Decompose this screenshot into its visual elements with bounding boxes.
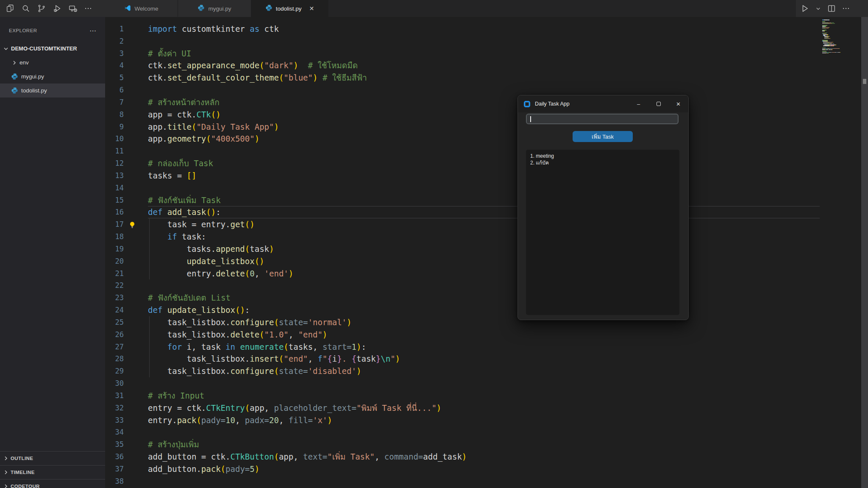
code-line[interactable]: 37add_button.pack(pady=5) — [105, 463, 820, 475]
tab-welcome[interactable]: Welcome — [105, 0, 178, 17]
code-text: task_listbox.configure(state='disabled') — [148, 365, 361, 377]
source-control-icon[interactable] — [37, 4, 46, 13]
code-line[interactable]: 3# ตั้งค่า UI — [105, 47, 820, 60]
app-titlebar[interactable]: Daily Task App – ✕ — [518, 95, 688, 112]
code-line[interactable]: 33entry.pack(pady=10, padx=20, fill='x') — [105, 414, 820, 427]
code-line[interactable]: 17 task = entry.get() — [105, 218, 820, 231]
section-outline[interactable]: OUTLINE — [0, 451, 105, 465]
code-line[interactable]: 7# สร้างหน้าต่างหลัก — [105, 96, 820, 109]
code-line[interactable]: 11 — [105, 145, 820, 157]
maximize-button[interactable] — [648, 95, 668, 112]
code-line[interactable]: 38 — [105, 475, 820, 488]
code-text: tasks.append(task) — [148, 243, 274, 255]
code-line[interactable]: 23# ฟังก์ชันอัปเดต List — [105, 292, 820, 304]
line-number: 10 — [105, 133, 124, 145]
scrollbar-marker — [863, 79, 866, 84]
code-text: ctk.set_appearance_mode("dark") # ใช้โหม… — [148, 59, 358, 72]
section-codetour[interactable]: CODETOUR — [0, 479, 105, 488]
scrollbar[interactable] — [861, 17, 868, 488]
code-line[interactable]: 35# สร้างปุ่มเพิ่ม — [105, 438, 820, 451]
run-icon[interactable] — [800, 4, 810, 13]
task-listbox[interactable]: 1. meeting2. แก้บัค — [526, 150, 679, 315]
code-text: update_listbox() — [148, 255, 264, 268]
minimize-button[interactable]: – — [629, 95, 648, 112]
maximize-icon — [657, 102, 661, 106]
more-actions-icon[interactable] — [84, 4, 92, 13]
tab-label: todolist.py — [276, 6, 302, 12]
chevron-right-icon — [3, 455, 9, 462]
code-line[interactable]: 15# ฟังก์ชันเพิ่ม Task — [105, 194, 820, 206]
code-line[interactable]: 30 — [105, 377, 820, 390]
python-file-icon — [198, 4, 205, 13]
code-line[interactable]: 6 — [105, 84, 820, 96]
code-line[interactable]: 4ctk.set_appearance_mode("dark") # ใช้โห… — [105, 59, 820, 72]
code-text: add_button = ctk.CTkButton(app, text="เพ… — [148, 451, 467, 463]
tree-item-demo-customtkinter[interactable]: DEMO-CUSTOMTKINTER — [0, 42, 105, 56]
code-line[interactable]: 1import customtkinter as ctk — [105, 23, 820, 35]
section-timeline[interactable]: TIMELINE — [0, 465, 105, 479]
remote-explorer-icon[interactable] — [68, 4, 78, 13]
chevron-right-icon — [3, 483, 9, 488]
line-number: 14 — [105, 182, 124, 194]
code-text: app.geometry("400x500") — [148, 133, 259, 145]
tree-item-mygui-py[interactable]: mygui.py — [0, 70, 105, 84]
code-line[interactable]: 31# สร้าง Input — [105, 390, 820, 402]
code-line[interactable]: 10app.geometry("400x500") — [105, 133, 820, 145]
tree-item-env[interactable]: env — [0, 56, 105, 70]
explorer-header: EXPLORER ⋯ — [0, 23, 105, 38]
line-number: 12 — [105, 157, 124, 170]
split-editor-icon[interactable] — [827, 4, 836, 13]
chevron-down-icon[interactable] — [815, 6, 821, 12]
code-line[interactable]: 26 task_listbox.delete("1.0", "end") — [105, 329, 820, 341]
code-line[interactable]: 13tasks = [] — [105, 170, 820, 182]
code-line[interactable]: 8app = ctk.CTk() — [105, 109, 820, 121]
app-title: Daily Task App — [535, 101, 570, 107]
task-entry[interactable] — [526, 114, 679, 124]
search-icon[interactable] — [21, 4, 31, 13]
indent-guide — [149, 231, 150, 243]
code-line[interactable]: 25 task_listbox.configure(state='normal'… — [105, 316, 820, 329]
line-number: 30 — [105, 377, 124, 390]
explorer-more-icon[interactable]: ⋯ — [89, 27, 97, 35]
code-line[interactable]: 14 — [105, 182, 820, 194]
code-line[interactable]: 12# กล่องเก็บ Task — [105, 157, 820, 170]
code-line[interactable]: 18 if task: — [105, 231, 820, 243]
code-line[interactable]: 9app.title("Daily Task App") — [105, 121, 820, 133]
chevron-down-icon — [3, 45, 9, 52]
code-line[interactable]: 27 for i, task in enumerate(tasks, start… — [105, 341, 820, 353]
editor[interactable]: 1import customtkinter as ctk23# ตั้งค่า … — [105, 17, 820, 488]
tab-todolist-py[interactable]: todolist.py✕ — [251, 0, 328, 17]
line-number: 6 — [105, 84, 124, 96]
minimap[interactable] — [820, 17, 861, 488]
line-number: 27 — [105, 341, 124, 353]
code-text: ctk.set_default_color_theme("blue") # ใช… — [148, 72, 367, 84]
close-button[interactable]: ✕ — [668, 95, 688, 112]
run-debug-icon[interactable] — [53, 4, 62, 13]
code-line[interactable]: 16def add_task(): — [105, 206, 820, 218]
tab-close-icon[interactable]: ✕ — [309, 5, 314, 12]
code-text: import customtkinter as ctk — [148, 23, 279, 35]
vscode-logo-icon — [124, 5, 131, 13]
code-line[interactable]: 22 — [105, 279, 820, 292]
code-line[interactable]: 29 task_listbox.configure(state='disable… — [105, 365, 820, 377]
code-line[interactable]: 32entry = ctk.CTkEntry(app, placeholder_… — [105, 402, 820, 414]
code-line[interactable]: 24def update_listbox(): — [105, 304, 820, 316]
code-line[interactable]: 2 — [105, 35, 820, 47]
indent-guide — [149, 218, 150, 231]
tab-mygui-py[interactable]: mygui.py — [178, 0, 251, 17]
code-line[interactable]: 34 — [105, 426, 820, 438]
line-number: 31 — [105, 390, 124, 402]
code-line[interactable]: 20 update_listbox() — [105, 255, 820, 268]
editor-actions — [796, 0, 868, 17]
code-line[interactable]: 21 entry.delete(0, 'end') — [105, 268, 820, 280]
add-task-button[interactable]: เพิ่ม Task — [573, 131, 633, 142]
code-line[interactable]: 28 task_listbox.insert("end", f"{i}. {ta… — [105, 353, 820, 365]
explorer-icon[interactable] — [6, 4, 15, 13]
line-number: 25 — [105, 316, 124, 329]
tree-item-todolist-py[interactable]: todolist.py — [0, 84, 105, 98]
code-line[interactable]: 5ctk.set_default_color_theme("blue") # ใ… — [105, 72, 820, 84]
code-line[interactable]: 19 tasks.append(task) — [105, 243, 820, 255]
code-line[interactable]: 36add_button = ctk.CTkButton(app, text="… — [105, 451, 820, 463]
editor-more-icon[interactable] — [842, 4, 850, 13]
code-text: task_listbox.delete("1.0", "end") — [148, 329, 327, 341]
